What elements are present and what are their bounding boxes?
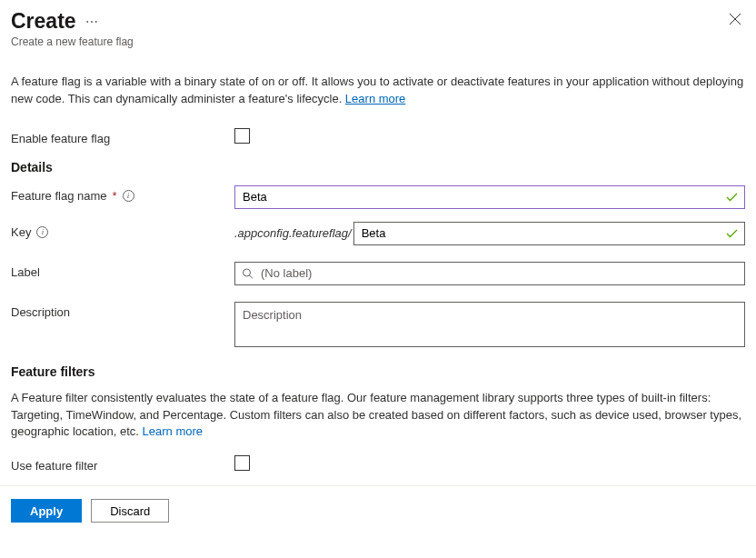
filters-description: A Feature filter consistently evaluates … <box>11 390 745 442</box>
enable-flag-checkbox[interactable] <box>234 128 250 144</box>
page-title: Create <box>11 9 76 34</box>
more-options-button[interactable]: ⋯ <box>85 15 99 29</box>
close-button[interactable] <box>725 9 745 32</box>
learn-more-link[interactable]: Learn more <box>345 92 405 105</box>
filters-heading: Feature filters <box>11 364 745 379</box>
details-heading: Details <box>11 160 745 174</box>
feature-name-label: Feature flag name <box>11 189 107 203</box>
apply-button[interactable]: Apply <box>11 499 82 523</box>
label-field-label: Label <box>11 265 40 279</box>
discard-button[interactable]: Discard <box>91 499 169 523</box>
key-input[interactable] <box>353 222 745 245</box>
feature-name-input[interactable] <box>234 185 745 209</box>
key-prefix: .appconfig.featureflag/ <box>234 226 352 240</box>
key-label: Key <box>11 225 31 239</box>
filters-learn-more-link[interactable]: Learn more <box>143 424 203 438</box>
use-filter-checkbox[interactable] <box>234 455 250 471</box>
intro-text: A feature flag is a variable with a bina… <box>11 74 745 108</box>
label-input[interactable] <box>234 262 745 285</box>
required-indicator: * <box>113 189 117 203</box>
page-subtitle: Create a new feature flag <box>11 35 725 48</box>
enable-flag-label: Enable feature flag <box>11 132 110 145</box>
description-textarea[interactable] <box>234 302 745 347</box>
description-label: Description <box>11 305 70 319</box>
info-icon[interactable]: i <box>36 226 48 238</box>
close-icon <box>729 13 741 25</box>
use-filter-label: Use feature filter <box>11 459 97 473</box>
info-icon[interactable]: i <box>123 190 134 202</box>
